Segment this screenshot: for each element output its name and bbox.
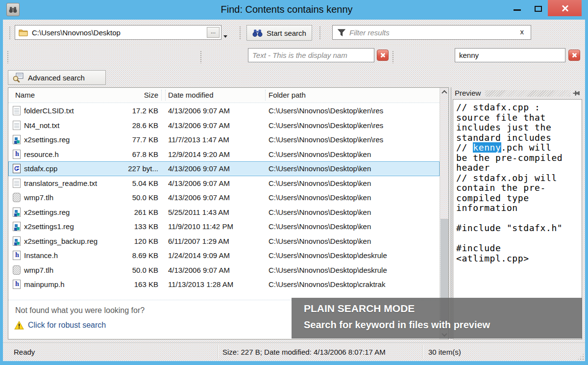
file-path: C:\Users\Nnovnos\Desktop\ken xyxy=(269,176,371,191)
file-size: 8.69 KB xyxy=(104,248,158,263)
file-date: 12/9/2014 9:20 AM xyxy=(168,147,230,162)
file-path: C:\Users\Nnovnos\Desktop\ken\res xyxy=(269,118,383,133)
file-path: C:\Users\Nnovnos\Desktop\ken xyxy=(269,205,371,220)
file-size: 133 KB xyxy=(104,219,158,234)
file-row[interactable]: folderCLSID.txt 17.2 KB 4/13/2006 9:07 A… xyxy=(8,104,440,118)
search-mode-overlay: PLAIN SEARCH MODE Search for keyword in … xyxy=(292,298,582,339)
filter-results-input[interactable]: Filter results x xyxy=(332,25,531,40)
file-row[interactable]: Nt4_not.txt 28.6 KB 4/13/2006 9:07 AM C:… xyxy=(8,118,440,133)
column-header-name[interactable]: Name xyxy=(15,91,35,99)
column-header-folder-path[interactable]: Folder path xyxy=(269,91,306,99)
status-selected-file-info: Size: 227 B; Date modified: 4/13/2006 8:… xyxy=(222,348,386,356)
contents-filter-input[interactable]: kenny xyxy=(455,48,565,62)
filter-clear-button[interactable]: x xyxy=(520,27,524,36)
file-date: 4/13/2006 9:07 AM xyxy=(168,190,230,205)
search-mode-title: PLAIN SEARCH MODE xyxy=(304,303,415,314)
binoculars-icon xyxy=(8,6,18,13)
file-row[interactable]: stdafx.cpp 227 byt... 4/13/2006 9:07 AM … xyxy=(8,161,440,176)
contents-filter-value: kenny xyxy=(459,51,479,59)
name-filter-remove-button[interactable] xyxy=(377,50,389,61)
file-type-icon xyxy=(13,135,21,144)
app-icon[interactable] xyxy=(6,3,20,16)
toolbar-gripper[interactable] xyxy=(319,26,321,40)
binoculars-icon xyxy=(252,29,263,37)
browse-button[interactable]: ... xyxy=(207,27,220,38)
name-filter-input[interactable]: Text - This is the display nam xyxy=(248,48,374,62)
pin-icon[interactable] xyxy=(572,89,580,97)
column-header-size[interactable]: Size xyxy=(111,91,158,99)
column-separator[interactable] xyxy=(165,90,166,101)
file-size: 50.0 KB xyxy=(104,190,158,205)
file-date: 6/11/2007 1:29 AM xyxy=(168,234,229,249)
resize-grip[interactable] xyxy=(577,353,584,360)
file-path: C:\Users\Nnovnos\Desktop\ken\res xyxy=(269,104,383,118)
file-row[interactable]: Instance.h 8.69 KB 1/24/2014 9:09 AM C:\… xyxy=(8,248,440,263)
address-toolbar: C:\Users\Nnovnos\Desktop ... Start searc… xyxy=(3,20,585,45)
file-row[interactable]: x2settings_backup.reg 120 KB 6/11/2007 1… xyxy=(8,234,440,249)
file-path: C:\Users\Nnovnos\Desktop\ken xyxy=(269,219,371,234)
file-row[interactable]: x2settings1.reg 133 KB 11/9/2010 11:42 P… xyxy=(8,219,440,234)
file-size: 261 KB xyxy=(104,205,158,220)
scroll-up-button[interactable] xyxy=(440,88,449,97)
close-button[interactable] xyxy=(548,0,582,16)
folder-icon xyxy=(19,29,28,36)
address-dropdown-button[interactable] xyxy=(223,31,227,40)
file-row[interactable]: translators_readme.txt 5.04 KB 4/13/2006… xyxy=(8,176,440,191)
file-date: 11/13/2013 1:28 AM xyxy=(168,277,233,292)
file-type-icon xyxy=(13,208,21,217)
toolbar-gripper[interactable] xyxy=(7,51,9,63)
file-name: mainpump.h xyxy=(24,277,65,292)
file-date: 5/25/2011 1:43 AM xyxy=(168,205,229,220)
file-path: C:\Users\Nnovnos\Desktop\ken xyxy=(269,147,371,162)
file-name: wmp7.tlh xyxy=(24,190,53,205)
file-row[interactable]: x2settings.reg 261 KB 5/25/2011 1:43 AM … xyxy=(8,205,440,220)
preview-highlighted-match: kenny xyxy=(473,142,501,153)
main-toolbar: ? Name Text - This is the display nam Co… xyxy=(3,45,585,68)
preview-title: Preview xyxy=(455,89,481,97)
robust-search-link[interactable]: Click for robust search xyxy=(28,321,106,330)
file-row[interactable]: wmp7.tlh 50.0 KB 4/13/2006 9:07 AM C:\Us… xyxy=(8,263,440,278)
close-icon xyxy=(572,52,577,58)
search-path-combobox[interactable]: C:\Users\Nnovnos\Desktop ... xyxy=(15,25,221,40)
file-type-icon xyxy=(13,193,21,202)
window-title: Find: Contents contains kenny xyxy=(29,4,544,15)
maximize-button[interactable] xyxy=(529,0,547,16)
file-row[interactable]: mainpump.h 163 KB 11/13/2013 1:28 AM C:\… xyxy=(8,277,440,292)
start-search-button[interactable]: Start search xyxy=(246,25,312,41)
file-path: C:\Users\Nnovnos\Desktop\ken\res xyxy=(269,132,383,147)
advanced-search-button[interactable]: Advanced search xyxy=(8,70,106,85)
column-separator[interactable] xyxy=(161,90,162,101)
chevron-up-icon xyxy=(441,90,447,96)
toolbar-gripper[interactable] xyxy=(239,26,241,40)
preview-header-grip[interactable] xyxy=(485,90,570,97)
start-search-label: Start search xyxy=(267,29,306,37)
file-size: 67.8 KB xyxy=(104,147,158,162)
column-header-date-modified[interactable]: Date modified xyxy=(168,91,214,99)
file-name: translators_readme.txt xyxy=(24,176,97,191)
close-icon xyxy=(380,52,386,58)
file-type-icon xyxy=(13,164,21,173)
toolbar-gripper[interactable] xyxy=(200,51,202,63)
file-type-icon xyxy=(13,280,21,289)
toolbar-gripper[interactable] xyxy=(9,26,11,40)
file-name: x2settings.reg xyxy=(24,132,70,147)
file-name: x2settings_backup.reg xyxy=(24,234,98,249)
column-separator[interactable] xyxy=(265,90,266,101)
minimize-button[interactable] xyxy=(508,0,526,16)
file-name: wmp7.tlh xyxy=(24,263,53,278)
file-size: 5.04 KB xyxy=(104,176,158,191)
file-date: 11/9/2010 11:42 PM xyxy=(168,219,233,234)
file-date: 4/13/2006 9:07 AM xyxy=(168,118,230,133)
file-name: folderCLSID.txt xyxy=(24,104,74,118)
file-date: 11/7/2013 1:47 AM xyxy=(168,132,229,147)
robust-search-question: Not found what you were looking for? xyxy=(15,306,145,315)
file-path: C:\Users\Nnovnos\Desktop\deskrule xyxy=(269,248,387,263)
contents-filter-remove-button[interactable] xyxy=(568,50,580,61)
file-size: 17.2 KB xyxy=(104,104,158,118)
toolbar-gripper[interactable] xyxy=(392,51,394,63)
file-type-icon xyxy=(13,265,21,275)
file-row[interactable]: resource.h 67.8 KB 12/9/2014 9:20 AM C:\… xyxy=(8,147,440,162)
file-row[interactable]: wmp7.tlh 50.0 KB 4/13/2006 9:07 AM C:\Us… xyxy=(8,190,440,205)
file-row[interactable]: x2settings.reg 77.7 KB 11/7/2013 1:47 AM… xyxy=(8,132,440,147)
file-name: stdafx.cpp xyxy=(24,161,57,176)
